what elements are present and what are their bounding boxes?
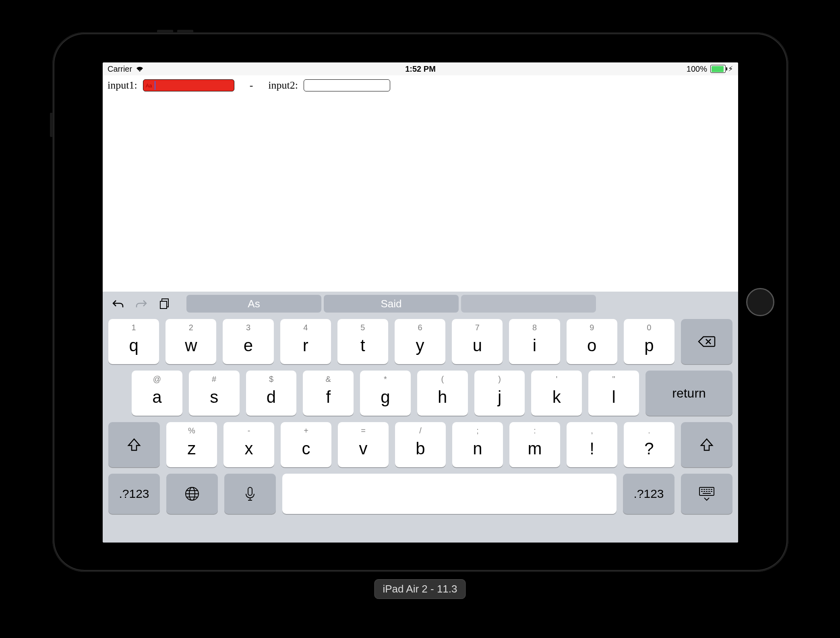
input2-field[interactable] xyxy=(304,79,390,91)
key-d[interactable]: $d xyxy=(246,371,297,416)
volume-button xyxy=(177,30,193,32)
home-button[interactable] xyxy=(746,288,774,316)
key-q[interactable]: 1q xyxy=(108,319,159,364)
key-e[interactable]: 3e xyxy=(223,319,273,364)
key-v[interactable]: =v xyxy=(338,422,389,467)
key-globe[interactable] xyxy=(166,474,218,514)
key-a[interactable]: @a xyxy=(132,371,182,416)
key-n[interactable]: ;n xyxy=(452,422,503,467)
simulator-device-label: iPad Air 2 - 11.3 xyxy=(374,579,466,599)
key-l[interactable]: "l xyxy=(588,371,639,416)
suggestions-bar: As Said xyxy=(186,295,732,313)
key-return[interactable]: return xyxy=(646,371,732,416)
ipad-chassis: Carrier 1:52 PM 100% ⚡︎ input1: Aa xyxy=(52,32,788,572)
key-mode-left[interactable]: .?123 xyxy=(108,474,160,514)
input1-value: Aa xyxy=(146,83,152,89)
key-h[interactable]: (h xyxy=(417,371,468,416)
battery-icon xyxy=(710,65,726,73)
suggestion-2[interactable]: Said xyxy=(324,295,459,313)
app-content: input1: Aa - input2: xyxy=(103,75,738,95)
svg-rect-4 xyxy=(248,487,252,495)
undo-button[interactable] xyxy=(108,294,128,313)
key-space[interactable] xyxy=(282,474,617,514)
key-f[interactable]: &f xyxy=(303,371,354,416)
clipboard-button[interactable] xyxy=(155,294,174,313)
key-j[interactable]: )j xyxy=(474,371,525,416)
key-c[interactable]: +c xyxy=(281,422,331,467)
key-y[interactable]: 6y xyxy=(395,319,445,364)
keyboard-row-3: %z -x +c =v /b ;n :m ,! .? xyxy=(108,422,732,467)
keyboard-row-4: .?123 .?123 xyxy=(108,474,732,514)
keyboard-toolbar: As Said xyxy=(103,292,738,316)
input2-label: input2: xyxy=(268,79,298,91)
screen: Carrier 1:52 PM 100% ⚡︎ input1: Aa xyxy=(103,62,738,543)
carrier-label: Carrier xyxy=(108,64,132,74)
redo-button[interactable] xyxy=(132,294,151,313)
key-mode-right[interactable]: .?123 xyxy=(623,474,674,514)
key-w[interactable]: 2w xyxy=(166,319,216,364)
power-button xyxy=(50,113,52,137)
key-u[interactable]: 7u xyxy=(452,319,503,364)
key-m[interactable]: :m xyxy=(509,422,560,467)
key-r[interactable]: 4r xyxy=(280,319,331,364)
volume-button xyxy=(157,30,173,32)
keyboard-row-2: @a #s $d &f *g (h )j 'k "l return xyxy=(108,371,732,416)
status-bar: Carrier 1:52 PM 100% ⚡︎ xyxy=(103,62,738,75)
keyboard-row-1: 1q 2w 3e 4r 5t 6y 7u 8i 9o 0p xyxy=(108,319,732,364)
keyboard: As Said 1q 2w 3e 4r 5t 6y 7u xyxy=(103,292,738,543)
clock: 1:52 PM xyxy=(405,64,436,74)
key-backspace[interactable] xyxy=(681,319,732,364)
suggestion-1[interactable]: As xyxy=(186,295,321,313)
key-dismiss-keyboard[interactable] xyxy=(681,474,732,514)
key-g[interactable]: *g xyxy=(360,371,411,416)
key-x[interactable]: -x xyxy=(223,422,274,467)
key-k[interactable]: 'k xyxy=(531,371,582,416)
wifi-icon xyxy=(135,66,144,72)
key-p[interactable]: 0p xyxy=(624,319,674,364)
input1-label: input1: xyxy=(108,79,137,91)
key-i[interactable]: 8i xyxy=(509,319,560,364)
battery-percent: 100% xyxy=(687,64,707,74)
text-cursor xyxy=(155,81,155,90)
key-shift-right[interactable] xyxy=(681,422,732,467)
input1-field[interactable]: Aa xyxy=(143,79,234,91)
key-t[interactable]: 5t xyxy=(337,319,388,364)
separator: - xyxy=(240,79,263,91)
key-dictation[interactable] xyxy=(224,474,276,514)
key-shift-left[interactable] xyxy=(108,422,160,467)
svg-rect-1 xyxy=(160,301,167,309)
key-question[interactable]: .? xyxy=(624,422,674,467)
key-o[interactable]: 9o xyxy=(567,319,617,364)
charging-icon: ⚡︎ xyxy=(728,64,733,73)
key-z[interactable]: %z xyxy=(166,422,217,467)
key-exclaim[interactable]: ,! xyxy=(567,422,617,467)
key-b[interactable]: /b xyxy=(395,422,446,467)
suggestion-3[interactable] xyxy=(461,295,596,313)
key-s[interactable]: #s xyxy=(189,371,240,416)
